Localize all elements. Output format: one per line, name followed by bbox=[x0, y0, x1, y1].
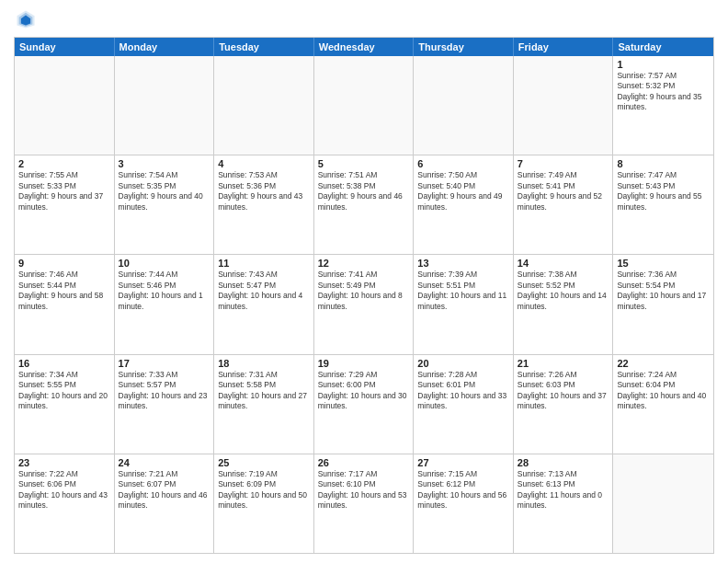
day-number: 5 bbox=[318, 158, 410, 169]
day-info: Sunrise: 7:57 AM Sunset: 5:32 PM Dayligh… bbox=[617, 71, 710, 113]
day-info: Sunrise: 7:29 AM Sunset: 6:00 PM Dayligh… bbox=[318, 370, 410, 412]
day-number: 6 bbox=[417, 158, 509, 169]
week-row-2: 2Sunrise: 7:55 AM Sunset: 5:33 PM Daylig… bbox=[15, 155, 713, 255]
day-number: 8 bbox=[617, 158, 710, 169]
day-number: 10 bbox=[119, 258, 210, 269]
day-cell bbox=[214, 56, 314, 155]
day-cell bbox=[414, 56, 514, 155]
day-info: Sunrise: 7:50 AM Sunset: 5:40 PM Dayligh… bbox=[417, 170, 509, 213]
day-cell: 23Sunrise: 7:22 AM Sunset: 6:06 PM Dayli… bbox=[15, 454, 115, 553]
day-number: 20 bbox=[417, 358, 509, 369]
day-cell: 21Sunrise: 7:26 AM Sunset: 6:03 PM Dayli… bbox=[514, 355, 614, 454]
day-cell: 26Sunrise: 7:17 AM Sunset: 6:10 PM Dayli… bbox=[314, 454, 415, 553]
week-row-5: 23Sunrise: 7:22 AM Sunset: 6:06 PM Dayli… bbox=[15, 454, 713, 553]
day-info: Sunrise: 7:17 AM Sunset: 6:10 PM Dayligh… bbox=[318, 469, 410, 511]
calendar-body: 1Sunrise: 7:57 AM Sunset: 5:32 PM Daylig… bbox=[15, 56, 713, 553]
day-number: 19 bbox=[318, 358, 410, 369]
day-info: Sunrise: 7:22 AM Sunset: 6:06 PM Dayligh… bbox=[18, 469, 110, 511]
day-cell: 16Sunrise: 7:34 AM Sunset: 5:55 PM Dayli… bbox=[15, 355, 115, 454]
day-cell: 27Sunrise: 7:15 AM Sunset: 6:12 PM Dayli… bbox=[414, 454, 514, 553]
day-number: 23 bbox=[18, 457, 110, 468]
day-cell: 11Sunrise: 7:43 AM Sunset: 5:47 PM Dayli… bbox=[214, 255, 314, 353]
week-row-1: 1Sunrise: 7:57 AM Sunset: 5:32 PM Daylig… bbox=[15, 56, 713, 155]
day-cell: 12Sunrise: 7:41 AM Sunset: 5:49 PM Dayli… bbox=[314, 255, 415, 353]
day-number: 16 bbox=[18, 358, 110, 369]
day-number: 3 bbox=[119, 158, 210, 169]
day-cell bbox=[514, 56, 614, 155]
day-cell: 4Sunrise: 7:53 AM Sunset: 5:36 PM Daylig… bbox=[214, 155, 314, 254]
day-info: Sunrise: 7:44 AM Sunset: 5:46 PM Dayligh… bbox=[119, 270, 210, 312]
day-number: 11 bbox=[218, 258, 310, 269]
day-number: 28 bbox=[518, 457, 609, 468]
day-info: Sunrise: 7:26 AM Sunset: 6:03 PM Dayligh… bbox=[518, 370, 609, 412]
page: SundayMondayTuesdayWednesdayThursdayFrid… bbox=[0, 0, 728, 563]
day-cell: 2Sunrise: 7:55 AM Sunset: 5:33 PM Daylig… bbox=[15, 155, 115, 254]
day-cell: 9Sunrise: 7:46 AM Sunset: 5:44 PM Daylig… bbox=[15, 255, 115, 353]
day-number: 14 bbox=[518, 258, 609, 269]
day-number: 9 bbox=[18, 258, 110, 269]
day-info: Sunrise: 7:28 AM Sunset: 6:01 PM Dayligh… bbox=[417, 370, 509, 412]
day-header-friday: Friday bbox=[514, 38, 614, 56]
day-info: Sunrise: 7:24 AM Sunset: 6:04 PM Dayligh… bbox=[617, 370, 710, 412]
day-cell: 8Sunrise: 7:47 AM Sunset: 5:43 PM Daylig… bbox=[613, 155, 713, 254]
day-number: 22 bbox=[617, 358, 710, 369]
day-header-sunday: Sunday bbox=[15, 38, 115, 56]
day-number: 13 bbox=[417, 258, 509, 269]
day-info: Sunrise: 7:54 AM Sunset: 5:35 PM Dayligh… bbox=[119, 170, 210, 213]
day-number: 25 bbox=[218, 457, 310, 468]
day-info: Sunrise: 7:51 AM Sunset: 5:38 PM Dayligh… bbox=[318, 170, 410, 213]
day-info: Sunrise: 7:34 AM Sunset: 5:55 PM Dayligh… bbox=[18, 370, 110, 412]
day-number: 18 bbox=[218, 358, 310, 369]
day-header-saturday: Saturday bbox=[613, 38, 713, 56]
day-number: 27 bbox=[417, 457, 509, 468]
day-cell: 17Sunrise: 7:33 AM Sunset: 5:57 PM Dayli… bbox=[115, 355, 215, 454]
day-cell bbox=[15, 56, 115, 155]
day-cell: 18Sunrise: 7:31 AM Sunset: 5:58 PM Dayli… bbox=[214, 355, 314, 454]
day-info: Sunrise: 7:43 AM Sunset: 5:47 PM Dayligh… bbox=[218, 270, 310, 312]
day-cell: 10Sunrise: 7:44 AM Sunset: 5:46 PM Dayli… bbox=[115, 255, 215, 353]
day-cell: 3Sunrise: 7:54 AM Sunset: 5:35 PM Daylig… bbox=[115, 155, 215, 254]
day-info: Sunrise: 7:49 AM Sunset: 5:41 PM Dayligh… bbox=[518, 170, 609, 213]
day-info: Sunrise: 7:15 AM Sunset: 6:12 PM Dayligh… bbox=[417, 469, 509, 511]
day-cell bbox=[115, 56, 215, 155]
week-row-4: 16Sunrise: 7:34 AM Sunset: 5:55 PM Dayli… bbox=[15, 355, 713, 454]
day-headers-row: SundayMondayTuesdayWednesdayThursdayFrid… bbox=[15, 38, 713, 56]
day-info: Sunrise: 7:41 AM Sunset: 5:49 PM Dayligh… bbox=[318, 270, 410, 312]
day-info: Sunrise: 7:55 AM Sunset: 5:33 PM Dayligh… bbox=[18, 170, 110, 213]
day-number: 2 bbox=[18, 158, 110, 169]
day-info: Sunrise: 7:19 AM Sunset: 6:09 PM Dayligh… bbox=[218, 469, 310, 511]
day-header-wednesday: Wednesday bbox=[314, 38, 415, 56]
day-info: Sunrise: 7:13 AM Sunset: 6:13 PM Dayligh… bbox=[518, 469, 609, 511]
day-cell: 28Sunrise: 7:13 AM Sunset: 6:13 PM Dayli… bbox=[514, 454, 614, 553]
day-cell bbox=[613, 454, 713, 553]
day-cell: 7Sunrise: 7:49 AM Sunset: 5:41 PM Daylig… bbox=[514, 155, 614, 254]
day-number: 1 bbox=[617, 59, 710, 70]
day-cell: 15Sunrise: 7:36 AM Sunset: 5:54 PM Dayli… bbox=[613, 255, 713, 353]
day-cell: 13Sunrise: 7:39 AM Sunset: 5:51 PM Dayli… bbox=[414, 255, 514, 353]
day-header-monday: Monday bbox=[115, 38, 215, 56]
day-number: 7 bbox=[518, 158, 609, 169]
day-info: Sunrise: 7:46 AM Sunset: 5:44 PM Dayligh… bbox=[18, 270, 110, 312]
day-info: Sunrise: 7:36 AM Sunset: 5:54 PM Dayligh… bbox=[617, 270, 710, 312]
day-number: 4 bbox=[218, 158, 310, 169]
day-cell: 6Sunrise: 7:50 AM Sunset: 5:40 PM Daylig… bbox=[414, 155, 514, 254]
day-info: Sunrise: 7:53 AM Sunset: 5:36 PM Dayligh… bbox=[218, 170, 310, 213]
day-cell: 24Sunrise: 7:21 AM Sunset: 6:07 PM Dayli… bbox=[115, 454, 215, 553]
day-info: Sunrise: 7:39 AM Sunset: 5:51 PM Dayligh… bbox=[417, 270, 509, 312]
day-cell: 1Sunrise: 7:57 AM Sunset: 5:32 PM Daylig… bbox=[613, 56, 713, 155]
day-info: Sunrise: 7:47 AM Sunset: 5:43 PM Dayligh… bbox=[617, 170, 710, 213]
header bbox=[14, 9, 714, 29]
calendar: SundayMondayTuesdayWednesdayThursdayFrid… bbox=[14, 37, 714, 554]
day-info: Sunrise: 7:38 AM Sunset: 5:52 PM Dayligh… bbox=[518, 270, 609, 312]
day-cell bbox=[314, 56, 415, 155]
day-header-thursday: Thursday bbox=[414, 38, 514, 56]
day-number: 21 bbox=[518, 358, 609, 369]
day-header-tuesday: Tuesday bbox=[214, 38, 314, 56]
day-info: Sunrise: 7:33 AM Sunset: 5:57 PM Dayligh… bbox=[119, 370, 210, 412]
day-cell: 25Sunrise: 7:19 AM Sunset: 6:09 PM Dayli… bbox=[214, 454, 314, 553]
day-number: 17 bbox=[119, 358, 210, 369]
logo-area bbox=[14, 9, 36, 29]
day-number: 24 bbox=[119, 457, 210, 468]
day-info: Sunrise: 7:21 AM Sunset: 6:07 PM Dayligh… bbox=[119, 469, 210, 511]
day-number: 12 bbox=[318, 258, 410, 269]
